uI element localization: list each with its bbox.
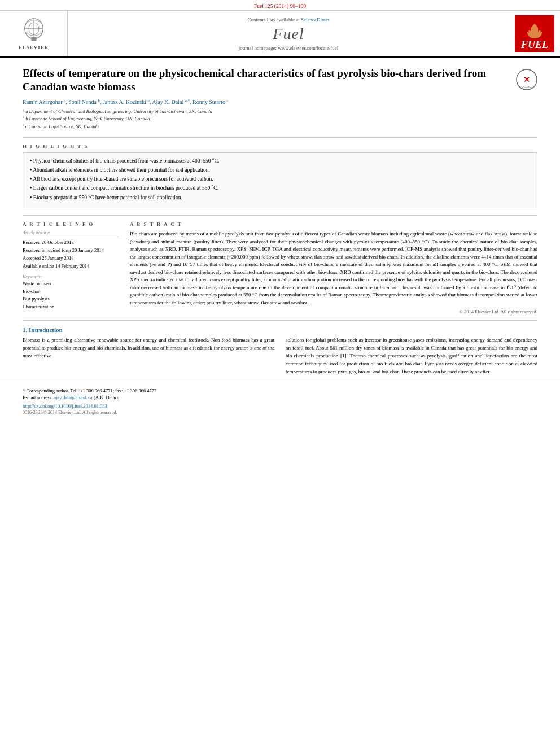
info-abstract-section: A R T I C L E I N F O Article history: R… [23,221,537,314]
journal-header: ELSEVIER Contents lists available at Sci… [0,11,560,58]
highlight-5: Biochars prepared at 550 °C have better … [30,194,530,202]
affiliation-b: b b Lassonde School of Engineering, York… [23,115,537,123]
footer-bottom: 0016-2361/© 2014 Elsevier Ltd. All right… [23,410,537,415]
received-date: Received 20 October 2013 [23,239,119,246]
intro-title: 1. Introduction [23,326,537,333]
highlight-2: Abundant alkaline elements in biochars s… [30,167,530,174]
fuel-logo-box: FUEL [509,11,560,56]
footnote-corresponding: * Corresponding author. Tel.: +1 306 966… [23,388,537,394]
journal-center-area: Contents lists available at ScienceDirec… [68,11,509,56]
page: Fuel 125 (2014) 90–100 ELSEVIER Contents… [0,0,560,747]
highlight-1: Physico–chemical studies of bio-chars pr… [30,158,530,165]
article-info-header: A R T I C L E I N F O [23,221,119,227]
crossmark-logo: ✕ CrossMark [516,69,537,90]
received-revised-date: Received in revised form 20 January 2014 [23,247,119,254]
abstract-text: Bio-chars are produced by means of a mob… [130,230,537,307]
doi-link[interactable]: http://dx.doi.org/10.1016/j.fuel.2014.01… [23,403,107,409]
citation-text: Fuel 125 (2014) 90–100 [254,3,306,9]
fuel-logo: FUEL [515,15,554,52]
issn-text: 0016-2361/© 2014 Elsevier Ltd. All right… [23,410,117,415]
affiliations: a a Department of Chemical and Biologica… [23,107,537,130]
intro-col1: Biomass is a promising alternative renew… [23,337,274,376]
elsevier-logo-area: ELSEVIER [0,11,68,56]
keyword-1: Waste biomass [23,281,119,287]
abstract-header: A B S T R A C T [130,221,537,227]
divider-abstract [23,215,537,216]
sciencedirect-line: Contents lists available at ScienceDirec… [248,17,330,23]
article-history-label: Article history: [23,230,119,237]
footnote-email: E-mail address: ajay.dalai@usask.ca (A.K… [23,395,537,400]
accepted-date: Accepted 25 January 2014 [23,255,119,262]
email-link[interactable]: ajay.dalai@usask.ca [54,395,93,400]
keyword-2: Bio-char [23,289,119,295]
keyword-4: Characterization [23,304,119,311]
svg-text:CrossMark: CrossMark [520,86,533,89]
affiliation-c: c c Canadian Light Source, SK, Canada [23,123,537,130]
contents-text: Contents lists available at [248,17,300,23]
journal-homepage: journal homepage: www.elsevier.com/locat… [239,45,338,51]
citation-bar: Fuel 125 (2014) 90–100 [0,0,560,11]
fuel-logo-flame [523,23,546,40]
introduction-section: 1. Introduction Biomass is a promising a… [23,320,537,376]
fuel-logo-text: FUEL [521,40,548,50]
highlights-header: H I G H L I G H T S [23,143,537,149]
available-date: Available online 14 February 2014 [23,263,119,270]
article-body: Effects of temperature on the physicoche… [0,58,560,383]
sciencedirect-link[interactable]: ScienceDirect [301,17,329,23]
intro-body: Biomass is a promising alternative renew… [23,337,537,376]
article-title: Effects of temperature on the physicoche… [23,67,516,94]
divider-highlights [23,137,537,138]
footer: * Corresponding author. Tel.: +1 306 966… [0,383,560,417]
title-row: Effects of temperature on the physicoche… [23,67,537,94]
intro-col2: solutions for global problems such as in… [286,337,537,376]
authors-line: Ramin Azargohar a, Sonil Nanda b, Janusz… [23,98,537,105]
keyword-3: Fast pyrolysis [23,296,119,303]
highlights-box: Physico–chemical studies of bio-chars pr… [23,152,537,208]
elsevier-wordmark: ELSEVIER [19,45,49,50]
highlight-3: All biochars, except poultry litter-base… [30,176,530,183]
article-info-col: A R T I C L E I N F O Article history: R… [23,221,119,314]
svg-text:✕: ✕ [523,76,530,84]
abstract-col: A B S T R A C T Bio-chars are produced b… [130,221,537,314]
elsevier-tree-icon [14,18,54,43]
highlight-4: Larger carbon content and compact aromat… [30,185,530,192]
keywords-label: Keywords: [23,274,119,279]
copyright-line: © 2014 Elsevier Ltd. All rights reserved… [130,309,537,314]
affiliation-a: a a Department of Chemical and Biologica… [23,107,537,115]
journal-title: Fuel [273,25,304,43]
